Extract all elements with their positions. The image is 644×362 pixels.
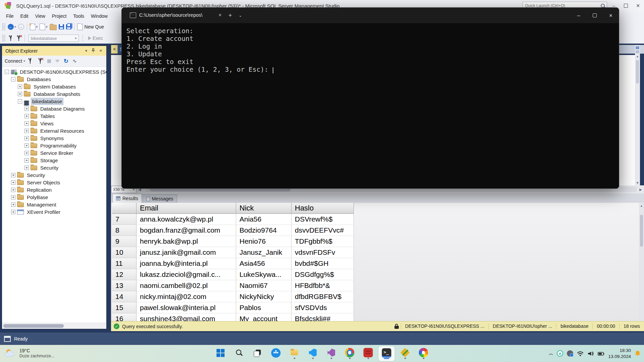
email-cell[interactable]: bogdan.franz@gmail.com: [137, 225, 236, 236]
taskbar-icon-task-view[interactable]: [250, 346, 266, 361]
tree-expander[interactable]: +: [11, 188, 15, 192]
tree-item[interactable]: + Security: [2, 164, 106, 171]
taskbar-icon-red-app[interactable]: [360, 346, 376, 361]
activity-monitor-icon[interactable]: ∿: [72, 58, 77, 64]
new-tab-button[interactable]: +: [224, 12, 236, 19]
tree-item[interactable]: + Database Snapshots: [2, 90, 106, 98]
tree-expander[interactable]: +: [24, 107, 29, 111]
tree-expander[interactable]: +: [11, 202, 15, 207]
menu-item[interactable]: Project: [49, 12, 70, 20]
nick-cell[interactable]: Ania56: [236, 214, 291, 225]
haslo-cell[interactable]: dfbdRGBFBV$: [291, 291, 354, 302]
row-number-cell[interactable]: 16: [112, 313, 137, 321]
row-number-cell[interactable]: 12: [112, 269, 137, 280]
taskbar-icon-docker[interactable]: [268, 346, 284, 361]
tree-expander[interactable]: -: [18, 99, 22, 104]
weather-widget[interactable]: 19°C Duże zachmurze...: [4, 348, 54, 359]
notification-bell-icon[interactable]: [635, 350, 641, 357]
nick-cell[interactable]: NickyNicky: [236, 291, 291, 302]
navigate-back-button[interactable]: ←▾: [7, 22, 17, 31]
email-cell[interactable]: henryk.bak@wp.pl: [137, 236, 236, 247]
refresh-icon[interactable]: ↻: [64, 58, 68, 65]
close-icon[interactable]: ✕: [97, 49, 104, 53]
scrollbar-thumb[interactable]: [636, 60, 639, 83]
tree-item[interactable]: + Management: [2, 201, 106, 208]
terminal-output[interactable]: Select operation:1. Create account2. Log…: [122, 23, 619, 73]
tree-item[interactable]: + Synonyms: [2, 134, 106, 142]
tree-expander[interactable]: +: [11, 195, 15, 199]
tree-item[interactable]: + Storage: [2, 157, 106, 164]
tab-dropdown-icon[interactable]: ⌄: [236, 13, 245, 18]
email-cell[interactable]: anna.kowalczyk@wp.pl: [137, 214, 236, 225]
tree-expander[interactable]: +: [24, 129, 29, 133]
connect-icon-button[interactable]: [7, 34, 15, 43]
taskbar-icon-visual-studio[interactable]: [323, 346, 339, 361]
tree-item[interactable]: + Database Diagrams: [2, 105, 106, 112]
menu-item[interactable]: View: [32, 12, 49, 20]
new-query-icon-button[interactable]: ✳▾: [29, 22, 39, 31]
change-connection-button[interactable]: ✕: [15, 34, 23, 43]
email-cell[interactable]: pawel.slowak@interia.pl: [137, 302, 236, 313]
tree-item[interactable]: + System Databases: [2, 83, 106, 90]
email-cell[interactable]: lukasz.dzieciol@gmail.c...: [137, 269, 236, 280]
chevron-down-icon[interactable]: ▾: [23, 59, 25, 63]
tree-item[interactable]: + PolyBase: [2, 193, 106, 201]
scroll-right-icon[interactable]: ▶: [637, 188, 644, 191]
row-number-cell[interactable]: 14: [112, 291, 137, 302]
haslo-cell[interactable]: sfVSDVds: [291, 302, 354, 313]
tree-expander[interactable]: +: [24, 158, 29, 163]
terminal-tab[interactable]: C:\Users\spher\source\repos\ ✕: [127, 9, 224, 22]
taskbar-icon-chrome[interactable]: [342, 346, 358, 361]
tray-app-icon[interactable]: [567, 350, 573, 357]
tree-item[interactable]: + Views: [2, 120, 106, 127]
tree-item[interactable]: + XEvent Profiler: [2, 208, 106, 216]
save-button[interactable]: [58, 22, 65, 31]
row-number-cell[interactable]: 15: [112, 302, 137, 313]
email-cell[interactable]: naomi.cambell@02.pl: [137, 280, 236, 291]
tree-item[interactable]: + Server Objects: [2, 179, 106, 186]
tree-item[interactable]: - DESKTOP-I61N0IU\SQLEXPRESS (SQL Se: [2, 68, 106, 75]
nick-cell[interactable]: Janusz_Janik: [236, 247, 291, 258]
tree-item[interactable]: + Programmability: [2, 142, 106, 149]
taskbar-clock[interactable]: 18:30 13.09.2024: [608, 348, 631, 359]
wifi-icon[interactable]: [577, 351, 584, 356]
haslo-cell[interactable]: DSVrewf%$: [291, 214, 354, 225]
open-file-button[interactable]: [49, 22, 58, 31]
row-number-cell[interactable]: 7: [112, 214, 137, 225]
tree-expander[interactable]: +: [11, 173, 15, 177]
tray-expand-icon[interactable]: ︿: [549, 351, 553, 357]
eset-tray-icon[interactable]: e: [557, 350, 563, 357]
haslo-cell[interactable]: HFBdfbb*&: [291, 280, 354, 291]
battery-icon[interactable]: [598, 351, 604, 356]
haslo-cell[interactable]: Bfsdcskli##: [291, 313, 354, 321]
tree-item[interactable]: + Replication: [2, 186, 106, 193]
row-number-cell[interactable]: 10: [112, 247, 137, 258]
tree-expander[interactable]: +: [24, 121, 29, 126]
maximize-button[interactable]: [620, 0, 632, 11]
scrollbar-thumb[interactable]: [3, 324, 64, 328]
save-all-button[interactable]: [65, 22, 72, 31]
menu-item[interactable]: Tools: [70, 12, 88, 20]
tab-messages[interactable]: Messages: [143, 194, 177, 203]
nick-cell[interactable]: Pablos: [236, 302, 291, 313]
tab-results[interactable]: Results: [112, 194, 142, 203]
taskbar-icon-terminal[interactable]: [379, 346, 395, 361]
tree-expander[interactable]: -: [11, 77, 15, 81]
haslo-cell[interactable]: DSGdfgg%$: [291, 269, 354, 280]
taskbar-icon-vscode[interactable]: [305, 346, 321, 361]
tree-expander[interactable]: +: [18, 92, 22, 96]
tree-expander[interactable]: -: [5, 70, 9, 74]
taskbar-icon-start[interactable]: [213, 346, 229, 361]
tree-expander[interactable]: +: [24, 136, 29, 140]
nick-cell[interactable]: LukeSkywa...: [236, 269, 291, 280]
taskbar-icon-search[interactable]: [231, 346, 247, 361]
new-item-button[interactable]: ▾: [39, 22, 49, 31]
execute-button[interactable]: Exec: [85, 34, 104, 43]
grid-corner-cell[interactable]: [112, 203, 137, 214]
navigate-forward-button[interactable]: →: [17, 22, 25, 31]
email-cell[interactable]: janusz.janik@gmail.com: [137, 247, 236, 258]
nick-cell[interactable]: Naomi67: [236, 280, 291, 291]
close-button[interactable]: ✕: [632, 0, 644, 11]
terminal-minimize-button[interactable]: ─: [571, 8, 587, 23]
nick-cell[interactable]: Asia456: [236, 258, 291, 269]
